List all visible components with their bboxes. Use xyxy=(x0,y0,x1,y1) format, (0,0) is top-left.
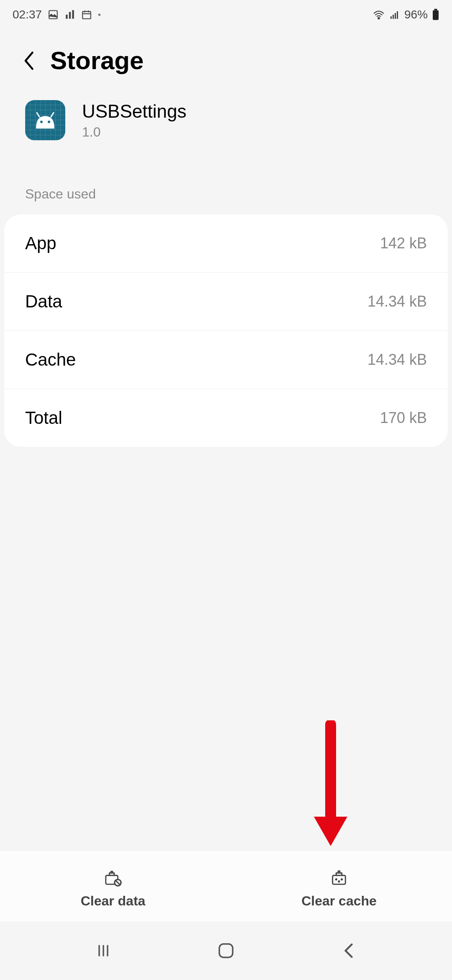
row-cache: Cache 14.34 kB xyxy=(4,331,448,389)
svg-rect-25 xyxy=(338,871,340,873)
svg-point-18 xyxy=(48,121,50,123)
space-used-card: App 142 kB Data 14.34 kB Cache 14.34 kB … xyxy=(4,214,448,447)
status-right: 96% xyxy=(372,8,439,21)
nav-back[interactable] xyxy=(336,938,361,963)
clear-data-icon xyxy=(103,867,123,888)
header: Storage xyxy=(0,29,452,100)
row-value: 14.34 kB xyxy=(367,293,427,310)
svg-rect-12 xyxy=(397,11,398,19)
svg-rect-2 xyxy=(69,12,71,19)
clear-data-button[interactable]: Clear data xyxy=(0,867,226,909)
row-label: Cache xyxy=(25,350,76,370)
clear-cache-button[interactable]: Clear cache xyxy=(226,867,452,909)
section-label: Space used xyxy=(0,165,452,214)
svg-rect-20 xyxy=(111,872,113,873)
chart-icon xyxy=(64,9,75,20)
row-value: 14.34 kB xyxy=(367,351,427,369)
row-label: Total xyxy=(25,408,62,428)
svg-point-29 xyxy=(336,879,336,880)
svg-rect-1 xyxy=(66,15,67,19)
row-label: Data xyxy=(25,291,62,312)
svg-rect-24 xyxy=(333,875,346,884)
clear-cache-icon xyxy=(329,867,349,888)
wifi-icon xyxy=(372,10,385,20)
row-data: Data 14.34 kB xyxy=(4,273,448,331)
svg-rect-4 xyxy=(82,11,91,18)
svg-point-17 xyxy=(40,121,43,123)
row-value: 170 kB xyxy=(380,409,427,427)
dot-icon: • xyxy=(98,10,101,20)
svg-line-15 xyxy=(37,113,39,117)
svg-rect-13 xyxy=(434,9,437,10)
app-icon xyxy=(25,100,65,140)
svg-rect-9 xyxy=(390,16,392,19)
row-app: App 142 kB xyxy=(4,214,448,273)
nav-recents[interactable] xyxy=(91,938,116,963)
svg-point-8 xyxy=(378,18,380,19)
app-info: USBSettings 1.0 xyxy=(0,100,452,165)
svg-rect-11 xyxy=(395,13,396,19)
svg-point-31 xyxy=(342,879,342,880)
battery-percent: 96% xyxy=(404,8,428,21)
clear-data-label: Clear data xyxy=(81,893,146,909)
app-version: 1.0 xyxy=(82,124,186,140)
app-name: USBSettings xyxy=(82,101,186,122)
calendar-icon xyxy=(81,9,92,20)
nav-bar xyxy=(0,921,452,980)
back-button[interactable] xyxy=(21,52,38,69)
image-icon xyxy=(48,9,59,20)
svg-rect-10 xyxy=(393,15,394,19)
svg-rect-3 xyxy=(72,10,74,19)
page-title: Storage xyxy=(50,46,144,75)
row-label: App xyxy=(25,233,56,253)
bottom-actions: Clear data Clear cache xyxy=(0,850,452,921)
row-value: 142 kB xyxy=(380,235,427,252)
svg-rect-35 xyxy=(219,944,233,957)
status-time: 02:37 xyxy=(13,8,42,21)
signal-icon xyxy=(389,10,400,20)
battery-icon xyxy=(432,9,439,21)
status-left: 02:37 • xyxy=(13,8,101,21)
nav-home[interactable] xyxy=(213,938,239,963)
app-text: USBSettings 1.0 xyxy=(82,101,186,140)
svg-point-30 xyxy=(339,881,339,882)
svg-rect-14 xyxy=(433,10,439,20)
status-bar: 02:37 • 96% xyxy=(0,0,452,29)
row-total: Total 170 kB xyxy=(4,389,448,447)
clear-cache-label: Clear cache xyxy=(301,893,377,909)
svg-line-16 xyxy=(51,113,54,117)
annotation-arrow xyxy=(306,720,356,856)
